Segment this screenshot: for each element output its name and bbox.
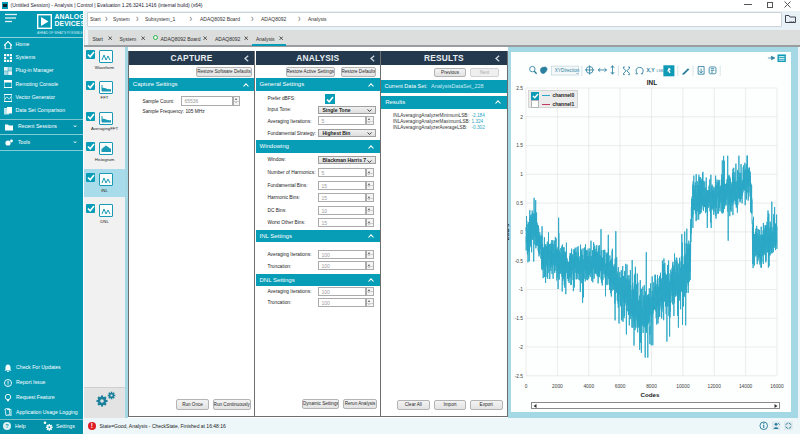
svg-text:LSB's: LSB's [508, 223, 510, 240]
svg-text:4000: 4000 [583, 384, 594, 389]
svg-text:1: 1 [520, 172, 523, 177]
svg-text:1.5: 1.5 [516, 143, 523, 148]
svg-text:2000: 2000 [552, 384, 563, 389]
svg-text:X,Y: X,Y [646, 67, 655, 73]
svg-text:0: 0 [520, 230, 523, 235]
svg-text:LSB: LSB [657, 69, 664, 73]
svg-text:8000: 8000 [646, 384, 657, 389]
svg-text:0: 0 [525, 384, 528, 389]
svg-text:-1.5: -1.5 [515, 316, 524, 321]
svg-text:10000: 10000 [676, 384, 690, 389]
svg-text:12000: 12000 [708, 384, 722, 389]
svg-text:2: 2 [520, 115, 523, 120]
svg-text:Codes: Codes [641, 391, 660, 398]
svg-text:0.5: 0.5 [516, 201, 523, 206]
svg-text:-1: -1 [519, 287, 524, 292]
svg-text:⌄: ⌄ [575, 70, 579, 75]
svg-text:-2.5: -2.5 [515, 374, 524, 379]
svg-text:-0.5: -0.5 [515, 259, 524, 264]
svg-text:6000: 6000 [615, 384, 626, 389]
svg-text:-2: -2 [519, 345, 524, 350]
svg-text:14000: 14000 [739, 384, 753, 389]
svg-text:16000: 16000 [770, 384, 784, 389]
svg-text:2.5: 2.5 [516, 86, 523, 91]
